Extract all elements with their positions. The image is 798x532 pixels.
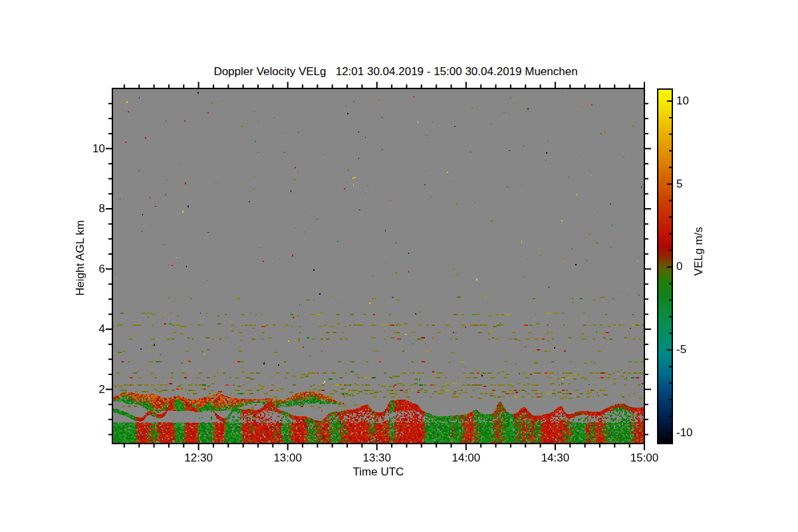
colorbar-tick-label: -5	[676, 343, 710, 356]
y-tick-label: 8	[65, 202, 105, 215]
y-tick-label: 10	[65, 142, 105, 156]
x-tick-label: 14:30	[529, 452, 582, 465]
colorbar-tick-label: 10	[676, 94, 710, 108]
y-axis-label: Height AGL km	[74, 220, 87, 296]
x-tick-label: 14:00	[440, 452, 493, 465]
x-axis-label: Time UTC	[312, 466, 445, 479]
x-tick-label: 13:30	[350, 452, 404, 465]
y-tick-label: 2	[65, 383, 105, 396]
colorbar-tick-label: 5	[676, 178, 710, 191]
doppler-velocity-chart: Doppler Velocity VELg 12:01 30.04.2019 -…	[0, 0, 798, 532]
x-tick-label: 12:30	[172, 452, 225, 465]
x-tick-label: 15:00	[618, 452, 671, 465]
colorbar-label: VELg m/s	[692, 227, 706, 276]
y-tick-label: 4	[65, 323, 105, 336]
colorbar-tick-label: -10	[676, 426, 710, 440]
x-tick-label: 13:00	[261, 452, 315, 465]
